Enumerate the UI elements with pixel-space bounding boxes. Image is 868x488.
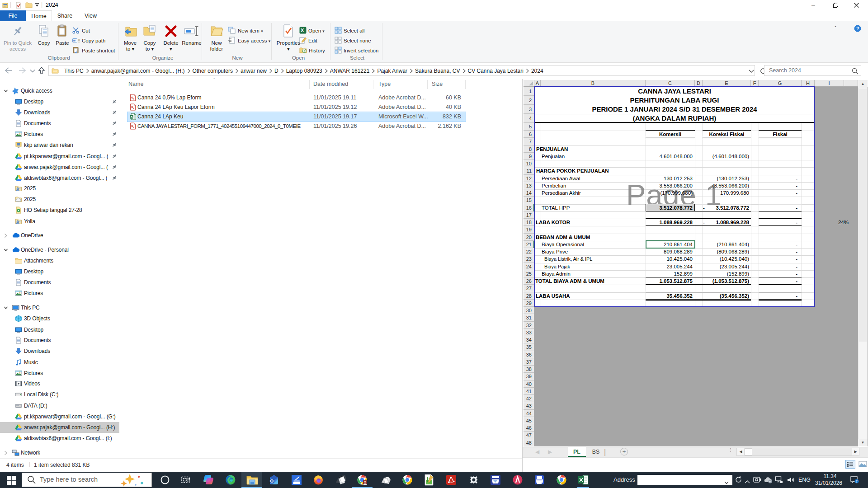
svg-text:w: w: [73, 39, 75, 42]
svg-text:X: X: [301, 28, 304, 33]
svg-text:?: ?: [856, 26, 859, 31]
svg-text:7: 7: [856, 480, 858, 483]
